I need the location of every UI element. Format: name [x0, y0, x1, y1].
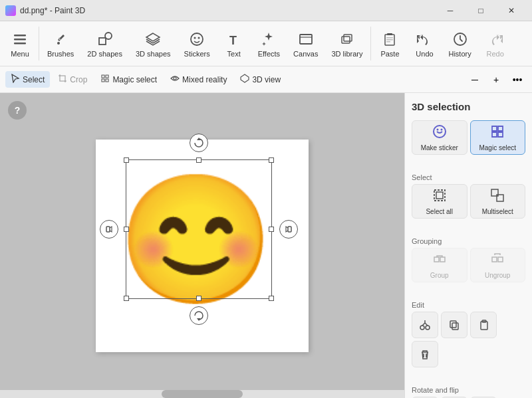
paste-btn[interactable] — [470, 312, 497, 338]
brushes-icon — [51, 30, 70, 49]
delete-btn[interactable] — [412, 341, 438, 367]
zoom-out-btn[interactable]: ─ — [466, 70, 484, 89]
svg-rect-0 — [14, 35, 26, 37]
panel-select-row: Select all Multiselect — [412, 184, 525, 219]
svg-point-27 — [440, 128, 442, 130]
3d-library-label: 3D library — [331, 50, 362, 58]
edit-section-label: Edit — [412, 301, 525, 309]
magic-select-btn[interactable]: Magic select — [95, 71, 162, 88]
view-3d-btn[interactable]: 3D view — [235, 71, 286, 88]
toolbar-undo[interactable]: Undo — [407, 21, 442, 66]
svg-rect-33 — [440, 257, 445, 262]
close-button[interactable]: ✕ — [496, 0, 527, 21]
svg-marker-21 — [197, 138, 201, 140]
cut-btn[interactable] — [412, 312, 438, 338]
toolbar-effects[interactable]: Effects — [251, 21, 287, 66]
select-section-label: Select — [412, 173, 525, 181]
brushes-label: Brushes — [47, 50, 74, 58]
magic-select-icon — [100, 74, 110, 85]
svg-rect-11 — [344, 35, 352, 41]
canvas-scrollbar[interactable] — [0, 390, 404, 398]
svg-point-5 — [191, 33, 203, 45]
canvas-label: Canvas — [293, 50, 318, 58]
history-label: History — [448, 50, 471, 58]
edit-icons-row — [412, 312, 525, 367]
svg-point-4 — [105, 33, 112, 39]
3d-view-icon — [240, 74, 249, 85]
toolbar-history[interactable]: History — [442, 21, 477, 66]
svg-point-19 — [174, 77, 176, 80]
main-area: ? 😊 — [0, 93, 532, 398]
group-btn[interactable]: Group — [412, 248, 467, 282]
titlebar-controls: ─ □ ✕ — [435, 0, 527, 21]
canvas-scroll-thumb[interactable] — [162, 390, 243, 398]
crop-btn[interactable]: Crop — [53, 71, 92, 88]
canvas-area[interactable]: ? 😊 — [0, 93, 404, 398]
crop-icon — [58, 74, 67, 85]
multiselect-label: Multiselect — [482, 208, 513, 215]
zoom-in-btn[interactable]: + — [487, 70, 505, 89]
toolbar-paste[interactable]: Paste — [372, 21, 407, 66]
select-btn[interactable]: Select — [5, 71, 50, 88]
mixed-reality-icon — [170, 74, 180, 85]
toolbar-sep-2 — [370, 27, 371, 60]
select-all-label: Select all — [426, 208, 453, 215]
svg-rect-34 — [492, 257, 497, 262]
svg-rect-32 — [434, 257, 439, 262]
mixed-reality-btn[interactable]: Mixed reality — [165, 71, 232, 88]
magic-select-panel-label: Magic select — [479, 144, 516, 151]
toolbar-menu[interactable]: Menu — [3, 21, 37, 66]
svg-text:T: T — [229, 34, 237, 47]
crop-label: Crop — [70, 75, 87, 84]
toolbar-stickers[interactable]: Stickers — [178, 21, 217, 66]
help-button[interactable]: ? — [8, 101, 27, 120]
toolbar-3d-library[interactable]: 3D library — [325, 21, 369, 66]
select-label: Select — [23, 75, 45, 84]
menu-label: Menu — [11, 50, 29, 58]
svg-rect-38 — [452, 323, 458, 330]
svg-rect-40 — [481, 322, 487, 330]
titlebar-title: dd.png* - Paint 3D — [20, 6, 85, 15]
svg-point-25 — [434, 126, 446, 138]
toolbar-3d-shapes[interactable]: 3D shapes — [129, 21, 178, 66]
toolbar-2d-shapes[interactable]: 2D shapes — [80, 21, 129, 66]
svg-rect-9 — [300, 35, 312, 44]
svg-rect-10 — [342, 37, 350, 43]
white-canvas: 😊 — [96, 140, 309, 352]
svg-point-37 — [426, 326, 430, 330]
minimize-button[interactable]: ─ — [435, 0, 466, 21]
2d-shapes-icon — [96, 30, 114, 49]
select-all-icon — [432, 188, 447, 206]
toolbar-text[interactable]: T Text — [217, 21, 251, 66]
svg-rect-14 — [386, 37, 393, 39]
toolbar-brushes[interactable]: Brushes — [41, 21, 80, 66]
side-handle-right[interactable] — [279, 220, 298, 239]
svg-rect-39 — [450, 321, 456, 328]
paste-label: Paste — [380, 50, 399, 58]
ungroup-btn[interactable]: Ungroup — [470, 248, 526, 282]
magic-select-panel-btn[interactable]: Magic select — [470, 120, 526, 155]
right-panel: 3D selection Make sticker Magic select S… — [404, 93, 532, 398]
copy-btn[interactable] — [441, 312, 467, 338]
svg-rect-29 — [436, 192, 443, 199]
effects-icon — [259, 30, 278, 49]
magic-select-label: Magic select — [112, 75, 157, 84]
svg-point-36 — [420, 326, 424, 330]
more-options-btn[interactable]: ••• — [508, 70, 527, 89]
make-sticker-btn[interactable]: Make sticker — [412, 120, 467, 155]
svg-rect-2 — [14, 43, 26, 45]
ungroup-label: Ungroup — [485, 272, 510, 279]
multiselect-btn[interactable]: Multiselect — [470, 184, 526, 219]
maximize-button[interactable]: □ — [466, 0, 496, 21]
svg-rect-3 — [99, 38, 106, 45]
toolbar-redo[interactable]: Redo — [478, 21, 513, 66]
svg-rect-16 — [386, 41, 390, 43]
toolbar-canvas[interactable]: Canvas — [287, 21, 325, 66]
mixed-reality-label: Mixed reality — [182, 75, 227, 84]
main-toolbar: Menu Brushes 2D shapes 3D shapes Sticker… — [0, 21, 532, 66]
select-all-btn[interactable]: Select all — [412, 184, 467, 219]
stickers-label: Stickers — [184, 50, 210, 58]
make-sticker-icon — [432, 124, 447, 142]
undo-icon — [415, 30, 434, 49]
rotate-handle-top[interactable] — [190, 134, 208, 152]
